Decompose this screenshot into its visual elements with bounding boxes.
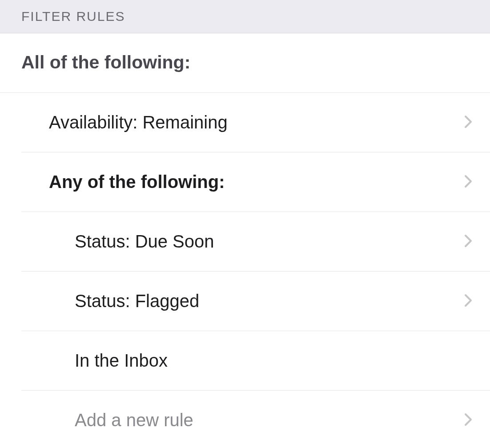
chevron-right-icon [464, 175, 472, 190]
rule-label: In the Inbox [75, 351, 168, 371]
add-new-rule-label: Add a new rule [75, 410, 193, 430]
filter-group-all-label: All of the following: [21, 52, 190, 72]
filter-rules-list: Availability: Remaining Any of the follo… [21, 93, 490, 448]
rule-label: Status: Due Soon [75, 232, 214, 252]
chevron-right-icon [464, 115, 472, 130]
add-new-rule[interactable]: Add a new rule [21, 391, 490, 448]
section-header-label: FILTER RULES [21, 9, 125, 24]
rule-availability-remaining[interactable]: Availability: Remaining [21, 93, 490, 152]
rule-in-inbox[interactable]: In the Inbox [21, 331, 490, 391]
rule-label: Status: Flagged [75, 291, 199, 311]
filter-group-all-header: All of the following: [0, 33, 490, 93]
chevron-right-icon [464, 413, 472, 428]
chevron-right-icon [464, 294, 472, 309]
chevron-right-icon [464, 234, 472, 249]
rule-status-due-soon[interactable]: Status: Due Soon [21, 212, 490, 272]
rule-label: Availability: Remaining [49, 112, 228, 132]
rule-group-any[interactable]: Any of the following: [21, 152, 490, 212]
section-header: FILTER RULES [0, 0, 490, 33]
rule-status-flagged[interactable]: Status: Flagged [21, 272, 490, 331]
rule-group-any-label: Any of the following: [49, 172, 225, 192]
